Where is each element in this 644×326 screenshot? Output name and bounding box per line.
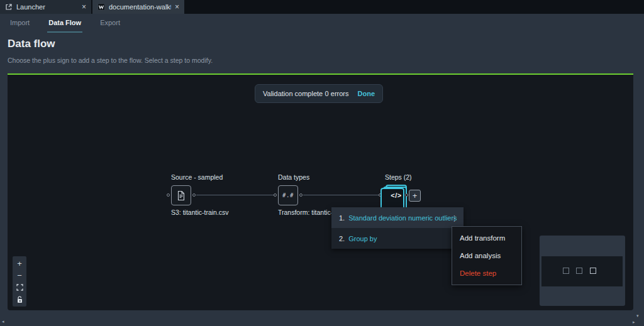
step-number: 2.: [339, 235, 345, 242]
kebab-menu-icon[interactable]: ⋮: [450, 213, 458, 222]
unlock-icon: [16, 296, 23, 303]
launcher-icon: [5, 3, 13, 11]
tab-launcher-label: Launcher: [16, 3, 78, 11]
menu-item-delete-step[interactable]: Delete step: [452, 264, 521, 282]
edge-source-to-datatypes: [196, 195, 274, 195]
close-icon[interactable]: ×: [82, 3, 86, 11]
tab-flow-file-label: documentation-walkthrough-: [109, 3, 171, 11]
zoom-in-button[interactable]: +: [13, 258, 26, 269]
flow-canvas[interactable]: Validation complete 0 errors Done Source…: [8, 73, 633, 310]
fit-view-button[interactable]: [13, 281, 26, 293]
node-source-subtitle: S3: titantic-train.csv: [171, 209, 229, 216]
data-wrangler-icon: [97, 3, 105, 11]
step-link[interactable]: Group by: [348, 235, 377, 242]
validation-message: Validation complete: [263, 90, 323, 97]
node-source-port-out: [192, 193, 196, 197]
validation-banner: Validation complete 0 errors Done: [255, 84, 383, 103]
scroll-left-icon[interactable]: ◂: [2, 319, 4, 323]
fit-view-icon: [16, 284, 23, 291]
node-datatypes-subtitle: Transform: titantic-t: [278, 209, 335, 216]
tab-data-flow[interactable]: Data Flow: [47, 14, 82, 33]
validation-error-count: 0 errors: [325, 90, 349, 97]
scroll-down-icon[interactable]: ▾: [636, 313, 639, 318]
validation-done-link[interactable]: Done: [358, 90, 375, 97]
minimap-node: [576, 268, 582, 274]
page-description: Choose the plus sign to add a step to th…: [8, 57, 213, 64]
add-step-button[interactable]: +: [409, 190, 421, 202]
file-icon: [177, 190, 186, 201]
code-icon: </>: [391, 192, 401, 199]
window-tab-bar: Launcher × documentation-walkthrough- ×: [0, 0, 644, 14]
tab-import[interactable]: Import: [9, 14, 31, 33]
tab-export[interactable]: Export: [99, 14, 121, 33]
step-context-menu: Add transform Add analysis Delete step: [452, 226, 522, 285]
numeric-icon: #.#: [282, 192, 294, 198]
flow-nav: Import Data Flow Export: [0, 14, 644, 33]
node-steps-port-out: [405, 193, 408, 197]
page-title: Data flow: [8, 38, 55, 50]
edge-datatypes-to-steps: [303, 195, 381, 195]
menu-item-add-analysis[interactable]: Add analysis: [452, 247, 521, 264]
step-number: 1.: [339, 214, 345, 222]
step-item-2[interactable]: 2. Group by ⋮: [331, 228, 464, 249]
node-datatypes-port-in: [274, 193, 277, 197]
node-steps-title: Steps (2): [385, 173, 412, 181]
canvas-zoom-toolbar: + −: [13, 256, 26, 307]
steps-dropdown: 1. Standard deviation numeric outliers ⋮…: [331, 207, 464, 249]
zoom-out-button[interactable]: −: [13, 269, 26, 281]
node-source-title: Source - sampled: [171, 173, 223, 181]
minimap[interactable]: [540, 236, 625, 306]
scroll-right-icon[interactable]: ▸: [633, 320, 635, 324]
node-datatypes-port-out: [299, 193, 303, 197]
tab-flow-file[interactable]: documentation-walkthrough- ×: [92, 0, 184, 14]
minimap-node-selected: [590, 268, 596, 274]
node-source[interactable]: [171, 185, 191, 205]
close-icon[interactable]: ×: [175, 3, 179, 11]
minimap-node: [563, 268, 569, 274]
node-datatypes[interactable]: #.#: [278, 185, 298, 205]
node-datatypes-title: Data types: [278, 173, 309, 181]
step-link[interactable]: Standard deviation numeric outliers: [348, 214, 457, 222]
menu-item-add-transform[interactable]: Add transform: [452, 229, 521, 247]
node-steps[interactable]: </>: [386, 185, 407, 206]
tab-launcher[interactable]: Launcher ×: [0, 0, 92, 14]
lock-button[interactable]: [13, 293, 26, 305]
node-source-port-in: [167, 193, 170, 197]
step-item-1[interactable]: 1. Standard deviation numeric outliers ⋮: [331, 207, 464, 228]
